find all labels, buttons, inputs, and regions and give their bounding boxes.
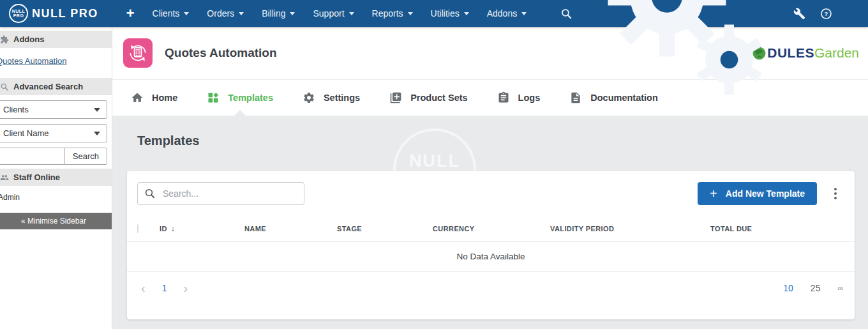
page-size-infinity-icon[interactable]: ∞: [837, 284, 843, 293]
column-header-id[interactable]: ID↓: [160, 224, 244, 233]
nav-item-label: Orders: [207, 8, 234, 19]
chevron-down-icon: [239, 12, 244, 15]
empty-table-message: No Data Available: [127, 242, 855, 272]
tab-logs[interactable]: Logs: [483, 80, 555, 116]
main-menu: Clients Orders Billing Support Reports U…: [144, 0, 536, 27]
column-header-validity-period[interactable]: VALIDITY PERIOD: [550, 225, 710, 233]
logo-badge-line2: PRO: [13, 13, 24, 18]
sidebar-section-staff-online: Staff Online: [0, 169, 112, 186]
templates-search-input[interactable]: [163, 188, 297, 199]
staff-online-name: Admin: [0, 186, 112, 209]
gear-icon: [303, 91, 315, 104]
sidebar-section-addons: Addons: [0, 31, 112, 48]
sidebar-search-button[interactable]: Search: [64, 148, 107, 165]
nav-item-utilities[interactable]: Utilities: [422, 0, 478, 27]
search-icon[interactable]: [560, 8, 572, 20]
wrench-icon[interactable]: [793, 8, 805, 20]
nav-item-label: Reports: [372, 8, 403, 19]
sidebar: Addons Quotes Automation Advanced Search…: [0, 27, 112, 329]
sidebar-link-quotes-automation[interactable]: Quotes Automation: [0, 48, 112, 74]
clipboard-icon: [497, 91, 510, 104]
chevron-down-icon: [290, 12, 295, 15]
help-icon[interactable]: ?: [820, 8, 832, 20]
page-number[interactable]: 1: [162, 283, 167, 293]
search-field-select[interactable]: Client Name: [0, 124, 107, 142]
chevron-down-icon: [184, 12, 189, 15]
tab-templates[interactable]: Templates: [192, 80, 288, 116]
chevron-down-icon: [521, 12, 527, 15]
tab-label: Home: [152, 93, 177, 103]
tab-documentation[interactable]: Documentation: [555, 80, 673, 116]
tab-product-sets[interactable]: Product Sets: [375, 80, 482, 116]
pagination: ‹ 1 › 10 25 ∞: [127, 272, 855, 295]
chevron-down-icon: [408, 12, 413, 15]
tab-label: Documentation: [590, 93, 658, 103]
add-button-label: Add New Template: [726, 188, 805, 199]
column-header-currency[interactable]: CURRENCY: [433, 225, 550, 233]
nav-item-clients[interactable]: Clients: [144, 0, 198, 27]
nav-item-label: Clients: [153, 8, 180, 19]
nav-item-support[interactable]: Support: [304, 0, 363, 27]
nav-item-billing[interactable]: Billing: [253, 0, 304, 27]
table-header-row: ID↓ NAME STAGE CURRENCY VALIDITY PERIOD …: [127, 215, 855, 242]
sidebar-section-advanced-search: Advanced Search: [0, 78, 112, 95]
tab-label: Settings: [324, 93, 360, 103]
search-type-select[interactable]: Clients: [0, 100, 107, 119]
tab-label: Logs: [518, 93, 541, 103]
sort-desc-icon: ↓: [171, 224, 175, 233]
select-value: Client Name: [3, 128, 49, 138]
people-icon: [0, 173, 9, 182]
select-all-checkbox[interactable]: [137, 224, 138, 233]
nav-item-addons[interactable]: Addons: [478, 0, 535, 27]
minimise-sidebar-button[interactable]: « Minimise Sidebar: [0, 213, 112, 229]
nav-item-orders[interactable]: Orders: [198, 0, 253, 27]
sidebar-section-title: Staff Online: [13, 172, 60, 182]
search-icon: [0, 82, 9, 91]
next-page-icon[interactable]: ›: [181, 282, 190, 295]
tab-settings[interactable]: Settings: [288, 80, 375, 116]
nav-item-reports[interactable]: Reports: [363, 0, 422, 27]
tab-label: Templates: [228, 93, 273, 103]
nav-item-label: Support: [313, 8, 344, 19]
puzzle-icon: [0, 35, 9, 44]
chevron-down-icon: [94, 108, 100, 112]
app-logo[interactable]: NULL PRO NULL PRO: [9, 4, 98, 23]
watermark-line1: NULL: [409, 153, 460, 170]
page-size-10[interactable]: 10: [783, 283, 793, 293]
sidebar-section-title: Addons: [13, 34, 44, 44]
plus-icon: +: [710, 187, 717, 200]
chevron-down-icon: [464, 12, 469, 15]
sidebar-section-title: Advanced Search: [13, 82, 83, 91]
svg-text:?: ?: [825, 10, 828, 17]
nav-item-label: Addons: [487, 8, 517, 19]
logo-text: NULL PRO: [32, 7, 98, 20]
previous-page-icon[interactable]: ‹: [138, 282, 148, 295]
tab-label: Product Sets: [410, 93, 467, 103]
column-header-stage[interactable]: STAGE: [337, 225, 433, 233]
kebab-menu-icon[interactable]: [830, 184, 841, 203]
templates-icon: [207, 91, 220, 104]
top-navbar: NULL PRO NULL PRO + Clients Orders Billi…: [0, 0, 868, 27]
page-title: Quotes Automation: [165, 46, 277, 60]
document-icon: [569, 91, 582, 104]
column-header-name[interactable]: NAME: [244, 225, 337, 233]
sidebar-search-input[interactable]: [0, 148, 64, 165]
section-title: Templates: [137, 134, 868, 148]
nav-item-label: Utilities: [431, 8, 460, 19]
logo-badge-icon: NULL PRO: [9, 4, 28, 23]
quotes-automation-icon: [123, 38, 153, 68]
page-size-25[interactable]: 25: [811, 283, 821, 293]
add-new-template-button[interactable]: + Add New Template: [698, 182, 817, 205]
quick-add-button[interactable]: +: [126, 6, 135, 20]
nav-item-label: Billing: [262, 8, 285, 19]
chevron-down-icon: [349, 12, 354, 15]
content-area: NULL PRO Templates + Add New Template: [112, 116, 868, 329]
templates-card: + Add New Template ID↓ NAME STAGE CURREN…: [127, 171, 855, 319]
chevron-down-icon: [94, 132, 100, 135]
search-icon: [144, 188, 156, 199]
column-header-total-due[interactable]: TOTAL DUE: [710, 225, 855, 233]
select-value: Clients: [3, 105, 29, 114]
home-icon: [131, 91, 144, 104]
tab-home[interactable]: Home: [116, 80, 192, 116]
logo-badge-line1: NULL: [12, 9, 26, 13]
